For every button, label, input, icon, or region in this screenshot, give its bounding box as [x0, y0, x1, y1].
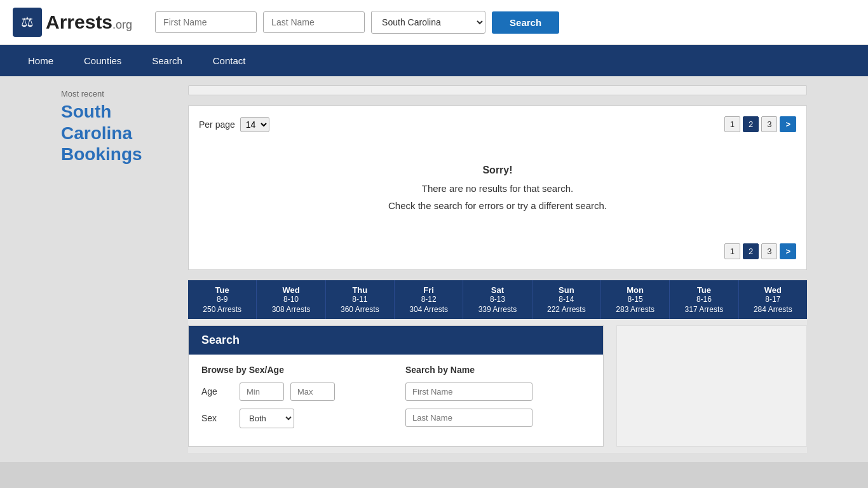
- date-arrests: 283 Arrests: [607, 305, 663, 314]
- search-last-name-input[interactable]: [405, 409, 532, 427]
- page-bottom-1[interactable]: 1: [724, 243, 740, 259]
- name-search-section: Search by Name: [405, 365, 590, 436]
- per-page-row: Per page 10 14 25 50 1 2 3 >: [199, 116, 796, 132]
- search-widget-body: Browse by Sex/Age Age Sex Both Male: [189, 355, 603, 446]
- date-day: Fri: [401, 285, 456, 295]
- page-2[interactable]: 2: [743, 116, 759, 132]
- name-search-label: Search by Name: [405, 365, 590, 375]
- page-next[interactable]: >: [780, 116, 796, 132]
- date-col-8-16[interactable]: Tue 8-16 317 Arrests: [670, 280, 738, 319]
- date-arrests: 339 Arrests: [470, 305, 525, 314]
- right-content: Per page 10 14 25 50 1 2 3 >: [178, 76, 817, 462]
- dates-bar: Tue 8-9 250 Arrests Wed 8-10 308 Arrests…: [188, 280, 807, 319]
- header-last-name-input[interactable]: [263, 11, 365, 33]
- error-line1: There are no results for that search.: [212, 180, 783, 197]
- ad-area: [616, 325, 807, 447]
- date-col-8-9[interactable]: Tue 8-9 250 Arrests: [188, 280, 257, 319]
- site-header: ⚖ Arrests.org South Carolina Alabama Ala…: [0, 0, 868, 45]
- page-3[interactable]: 3: [761, 116, 777, 132]
- header-state-select[interactable]: South Carolina Alabama Alaska Arizona Ar…: [371, 11, 485, 34]
- date-col-8-14[interactable]: Sun 8-14 222 Arrests: [532, 280, 601, 319]
- most-recent-label: Most recent: [61, 89, 168, 98]
- date-col-8-11[interactable]: Thu 8-11 360 Arrests: [326, 280, 395, 319]
- date-num: 8-10: [263, 295, 318, 304]
- logo-suffix: .org: [112, 18, 132, 31]
- pagination-bottom: 1 2 3 >: [724, 243, 796, 259]
- date-num: 8-17: [745, 295, 801, 304]
- page-1[interactable]: 1: [724, 116, 740, 132]
- main-nav: Home Counties Search Contact: [0, 45, 868, 76]
- age-min-input[interactable]: [240, 383, 284, 401]
- page-bottom-3[interactable]: 3: [761, 243, 777, 259]
- nav-item-home[interactable]: Home: [13, 45, 69, 76]
- bottom-section: Search Browse by Sex/Age Age Sex: [188, 319, 807, 453]
- per-page-label: Per page 10 14 25 50: [199, 117, 269, 132]
- date-day: Thu: [332, 285, 388, 295]
- nav-item-search[interactable]: Search: [137, 45, 198, 76]
- sex-row: Sex Both Male Female: [201, 409, 386, 428]
- header-search-form: South Carolina Alabama Alaska Arizona Ar…: [155, 11, 559, 34]
- state-title-line2: Carolina: [61, 123, 132, 143]
- date-arrests: 360 Arrests: [332, 305, 388, 314]
- error-sorry: Sorry!: [212, 161, 783, 180]
- date-day: Wed: [745, 285, 801, 295]
- date-day: Wed: [263, 285, 318, 295]
- results-box: Per page 10 14 25 50 1 2 3 >: [188, 105, 807, 270]
- date-day: Mon: [607, 285, 663, 295]
- date-col-8-10[interactable]: Wed 8-10 308 Arrests: [257, 280, 325, 319]
- pagination-top: 1 2 3 >: [724, 116, 796, 132]
- left-panel: Most recent South Carolina Bookings: [51, 76, 178, 462]
- logo-name: Arrests: [46, 11, 112, 32]
- header-first-name-input[interactable]: [155, 11, 257, 33]
- sex-label: Sex: [201, 413, 233, 423]
- search-widget: Search Browse by Sex/Age Age Sex: [188, 325, 604, 447]
- date-num: 8-9: [194, 295, 250, 304]
- date-col-8-15[interactable]: Mon 8-15 283 Arrests: [601, 280, 670, 319]
- age-label: Age: [201, 386, 233, 396]
- date-arrests: 284 Arrests: [745, 305, 801, 314]
- date-col-8-17[interactable]: Wed 8-17 284 Arrests: [739, 280, 807, 319]
- date-num: 8-12: [401, 295, 456, 304]
- state-title-line3: Bookings: [61, 144, 142, 164]
- date-num: 8-13: [470, 295, 525, 304]
- state-title: South Carolina Bookings: [61, 101, 168, 165]
- logo-icon: ⚖: [13, 8, 42, 37]
- nav-item-counties[interactable]: Counties: [69, 45, 137, 76]
- date-day: Tue: [194, 285, 250, 295]
- date-num: 8-16: [676, 295, 731, 304]
- date-day: Tue: [676, 285, 731, 295]
- page-bottom-next[interactable]: >: [780, 243, 796, 259]
- nav-item-contact[interactable]: Contact: [198, 45, 261, 76]
- sex-select[interactable]: Both Male Female: [240, 409, 294, 428]
- state-title-line1: South: [61, 102, 111, 121]
- date-arrests: 308 Arrests: [263, 305, 318, 314]
- browse-section: Browse by Sex/Age Age Sex Both Male: [201, 365, 386, 436]
- date-col-8-13[interactable]: Sat 8-13 339 Arrests: [463, 280, 532, 319]
- scroll-area[interactable]: [188, 85, 807, 95]
- date-day: Sat: [470, 285, 525, 295]
- age-max-input[interactable]: [290, 383, 335, 401]
- date-arrests: 250 Arrests: [194, 305, 250, 314]
- search-first-name-row: [405, 383, 590, 401]
- search-last-name-row: [405, 409, 590, 427]
- error-message: Sorry! There are no results for that sea…: [199, 142, 796, 233]
- date-num: 8-15: [607, 295, 663, 304]
- error-line2: Check the search for errors or try a dif…: [212, 197, 783, 214]
- search-widget-header: Search: [189, 326, 603, 355]
- age-row: Age: [201, 383, 386, 401]
- page-bottom-2[interactable]: 2: [743, 243, 759, 259]
- per-page-text: Per page: [199, 119, 235, 130]
- date-col-8-12[interactable]: Fri 8-12 304 Arrests: [395, 280, 463, 319]
- date-num: 8-11: [332, 295, 388, 304]
- logo[interactable]: ⚖ Arrests.org: [13, 8, 132, 37]
- date-arrests: 304 Arrests: [401, 305, 456, 314]
- content-body: Most recent South Carolina Bookings Per …: [0, 76, 868, 462]
- header-search-button[interactable]: Search: [492, 11, 559, 34]
- per-page-select[interactable]: 10 14 25 50: [240, 117, 269, 132]
- search-first-name-input[interactable]: [405, 383, 532, 401]
- date-arrests: 317 Arrests: [676, 305, 731, 314]
- browse-label: Browse by Sex/Age: [201, 365, 386, 375]
- logo-text: Arrests.org: [46, 11, 132, 33]
- date-num: 8-14: [539, 295, 594, 304]
- search-widget-title: Search: [201, 334, 590, 347]
